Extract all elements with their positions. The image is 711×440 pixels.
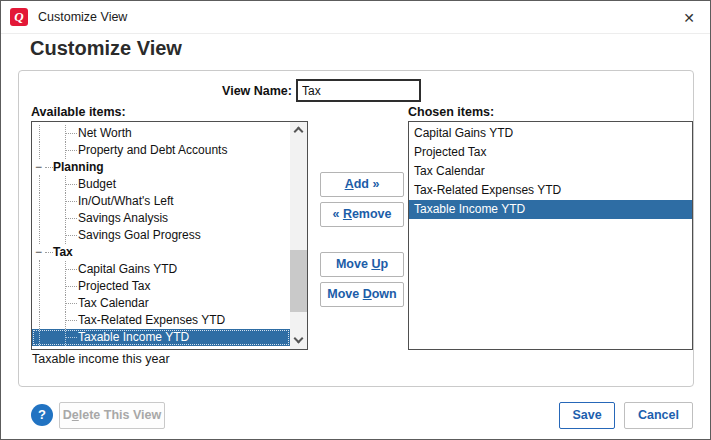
tree-item[interactable]: −Planning <box>32 159 290 176</box>
move-down-button[interactable]: Move Down <box>320 282 404 307</box>
tree-item-label: Projected Tax <box>78 279 151 293</box>
tree-item-label: Savings Analysis <box>78 211 168 225</box>
view-name-input[interactable] <box>296 79 421 102</box>
tree-item-label: Tax <box>53 245 73 259</box>
tree-item-label: Capital Gains YTD <box>78 262 177 276</box>
tree-item[interactable]: Net Worth <box>32 125 290 142</box>
delete-view-button[interactable]: Delete This View <box>59 402 165 429</box>
tree-item[interactable]: Property and Debt Accounts <box>32 142 290 159</box>
customize-view-dialog: Q Customize View ✕ Customize View View N… <box>0 0 711 440</box>
tree-item-label: Savings Goal Progress <box>78 228 201 242</box>
quicken-logo-icon: Q <box>10 8 28 26</box>
tree-item[interactable]: Budget <box>32 176 290 193</box>
chosen-list: Capital Gains YTDProjected TaxTax Calend… <box>409 122 692 349</box>
close-icon[interactable]: ✕ <box>676 5 702 31</box>
tree-item[interactable]: Capital Gains YTD <box>32 261 290 278</box>
main-panel: View Name: Available items: Net WorthPro… <box>18 70 694 387</box>
tree-item-label: Tax-Related Expenses YTD <box>78 313 225 327</box>
tree-item-label: Property and Debt Accounts <box>78 143 227 157</box>
tree-item[interactable]: −Tax <box>32 244 290 261</box>
list-item[interactable]: Capital Gains YTD <box>409 124 692 143</box>
item-description: Taxable income this year <box>32 352 170 366</box>
available-items-listbox[interactable]: Net WorthProperty and Debt Accounts−Plan… <box>31 121 308 350</box>
tree-item[interactable]: Taxable Income YTD <box>32 329 290 346</box>
view-name-label: View Name: <box>99 84 292 98</box>
tree-item[interactable]: In/Out/What's Left <box>32 193 290 210</box>
window-title: Customize View <box>38 10 127 24</box>
collapse-icon[interactable]: − <box>34 244 43 260</box>
available-scrollbar[interactable] <box>290 122 307 349</box>
title-bar: Q Customize View ✕ <box>1 1 710 34</box>
list-item[interactable]: Tax-Related Expenses YTD <box>409 181 692 200</box>
list-item[interactable]: Tax Calendar <box>409 162 692 181</box>
available-tree: Net WorthProperty and Debt Accounts−Plan… <box>32 122 290 349</box>
tree-item[interactable]: Tax Calendar <box>32 295 290 312</box>
save-button[interactable]: Save <box>559 402 615 429</box>
scrollbar-thumb[interactable] <box>290 250 307 312</box>
page-title: Customize View <box>30 37 182 60</box>
chosen-items-listbox[interactable]: Capital Gains YTDProjected TaxTax Calend… <box>408 121 693 350</box>
collapse-icon[interactable]: − <box>34 159 43 175</box>
list-item[interactable]: Taxable Income YTD <box>409 200 692 219</box>
tree-item[interactable]: Projected Tax <box>32 278 290 295</box>
tree-item-label: Net Worth <box>78 126 132 140</box>
tree-item-label: Budget <box>78 177 116 191</box>
available-items-label: Available items: <box>31 105 126 119</box>
remove-button[interactable]: « Remove <box>320 202 404 227</box>
tree-item-label: Tax Calendar <box>78 296 149 310</box>
tree-item[interactable]: Savings Analysis <box>32 210 290 227</box>
tree-item[interactable]: Savings Goal Progress <box>32 227 290 244</box>
chosen-items-label: Chosen items: <box>408 105 494 119</box>
scroll-down-icon[interactable] <box>290 332 307 349</box>
add-button[interactable]: Add » <box>320 172 404 197</box>
move-up-button[interactable]: Move Up <box>320 252 404 277</box>
cancel-button[interactable]: Cancel <box>624 402 693 429</box>
help-button[interactable]: ? <box>31 404 53 426</box>
tree-item-label: In/Out/What's Left <box>78 194 174 208</box>
tree-item-label: Planning <box>53 160 104 174</box>
tree-item[interactable]: Tax-Related Expenses YTD <box>32 312 290 329</box>
scroll-up-icon[interactable] <box>290 122 307 139</box>
tree-item-label: Taxable Income YTD <box>78 330 189 344</box>
list-item[interactable]: Projected Tax <box>409 143 692 162</box>
